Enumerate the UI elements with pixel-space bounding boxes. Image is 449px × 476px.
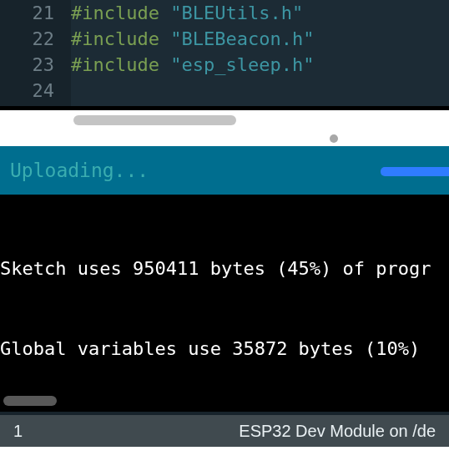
- console-line: Sketch uses 950411 bytes (45%) of progr: [0, 256, 449, 282]
- code-line: #include "esp_sleep.h": [71, 52, 449, 78]
- line-number: 22: [0, 26, 54, 52]
- console-horizontal-scrollbar[interactable]: [0, 393, 449, 415]
- upload-status-bar: Uploading...: [0, 146, 449, 195]
- board-port-info: ESP32 Dev Module on /de: [239, 422, 436, 441]
- pane-divider[interactable]: [0, 129, 449, 146]
- code-line: #include "BLEBeacon.h": [71, 26, 449, 52]
- scrollbar-thumb[interactable]: [73, 115, 236, 125]
- code-line: [71, 78, 449, 104]
- code-line: #include "BLEUtils.h": [71, 0, 449, 26]
- editor-horizontal-scrollbar[interactable]: [0, 106, 449, 129]
- line-number: 24: [0, 78, 54, 104]
- code-content[interactable]: #include "BLEUtils.h" #include "BLEBeaco…: [71, 0, 449, 106]
- line-number: 21: [0, 0, 54, 26]
- status-label: Uploading...: [10, 160, 149, 181]
- line-number-gutter: 21 22 23 24: [0, 0, 71, 106]
- console-line: Global variables use 35872 bytes (10%): [0, 336, 449, 362]
- footer-status-bar: 1 ESP32 Dev Module on /de: [0, 415, 449, 447]
- bottom-margin: [0, 447, 449, 476]
- cursor-line-indicator: 1: [13, 422, 23, 441]
- scrollbar-thumb[interactable]: [3, 396, 57, 406]
- line-number: 23: [0, 52, 54, 78]
- code-editor[interactable]: 21 22 23 24 #include "BLEUtils.h" #inclu…: [0, 0, 449, 106]
- drag-handle-icon[interactable]: [330, 134, 338, 143]
- output-console[interactable]: Sketch uses 950411 bytes (45%) of progr …: [0, 195, 449, 393]
- upload-progress-bar: [381, 167, 449, 176]
